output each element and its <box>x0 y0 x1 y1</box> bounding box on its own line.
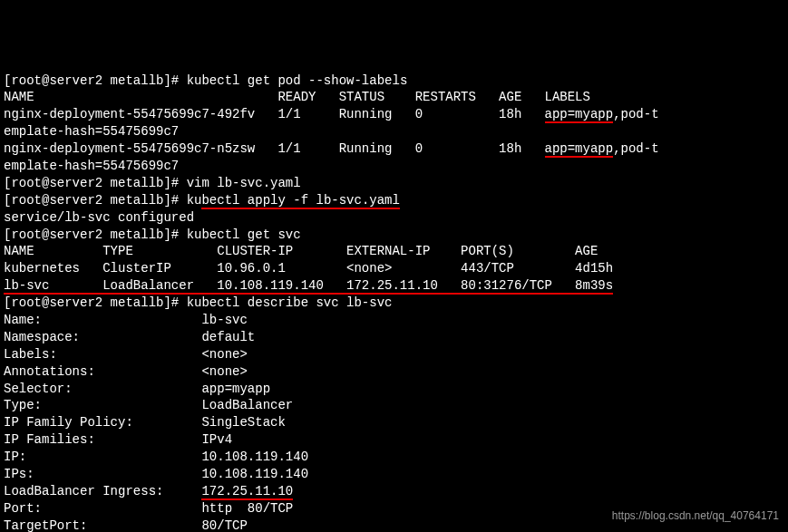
prompt: [root@server2 metallb]# <box>4 193 187 208</box>
describe-namespace: Namespace: default <box>4 329 784 346</box>
command-apply-pre: ku <box>187 193 202 208</box>
service-configured: service/lb-svc configured <box>4 209 784 227</box>
pod-row-2: nginx-deployment-55475699c7-n5zsw 1/1 Ru… <box>4 140 784 158</box>
command-get-pods: kubectl get pod --show-labels <box>187 73 408 88</box>
describe-lb-ingress: LoadBalancer Ingress: 172.25.11.10 <box>4 483 784 500</box>
pod-row-1: nginx-deployment-55475699c7-492fv 1/1 Ru… <box>4 106 784 123</box>
command-vim: vim lb-svc.yaml <box>187 176 301 190</box>
pods-header: NAME READY STATUS RESTARTS AGE LABELS <box>4 89 784 106</box>
describe-name: Name: lb-svc <box>4 312 784 329</box>
describe-labels: Labels: <none> <box>4 346 784 363</box>
prompt: [root@server2 metallb]# <box>4 73 187 88</box>
describe-ips: IPs: 10.108.119.140 <box>4 466 784 483</box>
pod-row-1-cont: emplate-hash=55475699c7 <box>4 123 784 140</box>
prompt: [root@server2 metallb]# <box>4 295 187 310</box>
svc-row-kubernetes: kubernetes ClusterIP 10.96.0.1 <none> 44… <box>4 260 784 277</box>
command-describe: kubectl describe svc lb-svc <box>187 295 393 310</box>
label-app-myapp: app=myapp <box>545 107 614 123</box>
label-app-myapp: app=myapp <box>545 141 614 158</box>
prompt: [root@server2 metallb]# <box>4 227 187 242</box>
command-apply: bectl apply -f lb-svc.yaml <box>201 193 399 209</box>
svc-header: NAME TYPE CLUSTER-IP EXTERNAL-IP PORT(S)… <box>4 243 784 260</box>
describe-type: Type: LoadBalancer <box>4 397 784 414</box>
describe-ip-family-policy: IP Family Policy: SingleStack <box>4 414 784 431</box>
describe-ip-families: IP Families: IPv4 <box>4 431 784 449</box>
describe-selector: Selector: app=myapp <box>4 381 784 398</box>
prompt: [root@server2 metallb]# <box>4 176 187 190</box>
pod-row-2-cont: emplate-hash=55475699c7 <box>4 158 784 175</box>
svc-row-lb: lb-svc LoadBalancer 10.108.119.140 172.2… <box>4 277 784 295</box>
command-get-svc: kubectl get svc <box>187 227 301 242</box>
watermark: https://blog.csdn.net/qq_40764171 <box>612 508 779 523</box>
terminal-output[interactable]: [root@server2 metallb]# kubectl get pod … <box>4 73 784 532</box>
describe-annotations: Annotations: <none> <box>4 363 784 381</box>
describe-ip: IP: 10.108.119.140 <box>4 449 784 466</box>
